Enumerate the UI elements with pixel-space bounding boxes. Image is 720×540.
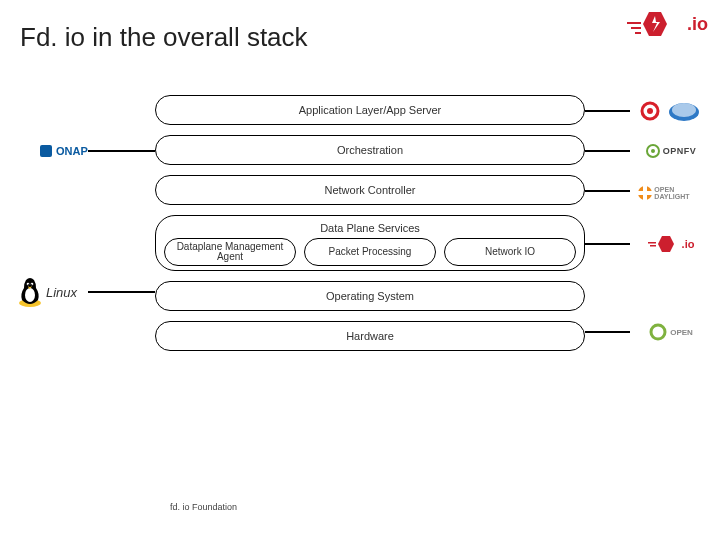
layer-os-label: Operating System <box>326 290 414 302</box>
layer-dataplane: Data Plane Services Dataplane Management… <box>155 215 585 271</box>
onap-text: ONAP <box>56 145 88 157</box>
layer-app: Application Layer/App Server <box>155 95 585 125</box>
layer-hardware: Hardware <box>155 321 585 351</box>
connector-dataplane-right <box>585 243 630 245</box>
sub-network-io: Network IO <box>444 238 576 266</box>
layer-dataplane-label: Data Plane Services <box>162 222 578 234</box>
sub-network-io-label: Network IO <box>485 247 535 258</box>
logo-openshift-cloudfoundry <box>636 96 706 126</box>
fdio-mark-icon <box>627 6 685 42</box>
connector-controller-right <box>585 190 630 192</box>
connector-hardware-right <box>585 331 630 333</box>
svg-rect-1 <box>631 27 641 29</box>
opencompute-text: OPEN <box>670 328 693 337</box>
page-title-row: Fd. io in the overall stack <box>20 22 308 53</box>
logo-opencompute: OPEN <box>636 317 706 347</box>
connector-app-right <box>585 110 630 112</box>
sub-packet-processing-label: Packet Processing <box>329 247 412 258</box>
page-title: Fd. io in the overall stack <box>20 22 308 53</box>
footer-text: fd. io Foundation <box>170 502 237 512</box>
layer-orchestration: Orchestration <box>155 135 585 165</box>
sub-dpm-agent: Dataplane Management Agent <box>164 238 296 266</box>
fdio-logo-top: .io <box>627 6 708 42</box>
svg-point-16 <box>25 288 35 302</box>
logo-fdio-side: .io <box>636 229 706 259</box>
layer-controller-label: Network Controller <box>324 184 415 196</box>
svg-rect-11 <box>638 191 652 195</box>
onap-icon <box>40 145 52 157</box>
svg-point-20 <box>31 284 32 285</box>
tux-icon <box>16 276 44 308</box>
sub-dpm-agent-label: Dataplane Management Agent <box>173 242 287 263</box>
dataplane-sublayers: Dataplane Management Agent Packet Proces… <box>162 238 578 266</box>
fdio-suffix: .io <box>687 14 708 35</box>
linux-text: Linux <box>46 285 77 300</box>
svg-rect-13 <box>650 245 656 247</box>
layer-os: Operating System <box>155 281 585 311</box>
svg-rect-0 <box>627 22 641 24</box>
logo-opnfv: OPNFV <box>636 136 706 166</box>
layer-orchestration-label: Orchestration <box>337 144 403 156</box>
svg-rect-12 <box>648 242 656 244</box>
svg-rect-2 <box>635 32 641 34</box>
opendaylight-text: OPEN DAYLIGHT <box>654 186 706 200</box>
opnfv-icon <box>646 144 660 158</box>
layer-app-label: Application Layer/App Server <box>299 104 441 116</box>
connector-orch-right <box>585 150 630 152</box>
sub-packet-processing: Packet Processing <box>304 238 436 266</box>
stack-diagram: Application Layer/App Server Orchestrati… <box>155 95 585 351</box>
logo-opendaylight: OPEN DAYLIGHT <box>636 176 706 210</box>
layer-controller: Network Controller <box>155 175 585 205</box>
svg-point-8 <box>651 149 655 153</box>
layer-hardware-label: Hardware <box>346 330 394 342</box>
logo-linux: Linux <box>16 277 116 307</box>
opnfv-text: OPNFV <box>663 146 697 156</box>
opendaylight-icon <box>636 184 652 202</box>
fdio-side-icon <box>648 233 682 255</box>
svg-point-4 <box>647 108 653 114</box>
svg-point-14 <box>651 325 665 339</box>
svg-point-6 <box>672 103 696 117</box>
svg-point-19 <box>28 284 29 285</box>
fdio-side-suffix: .io <box>682 238 695 250</box>
openshift-cloudfoundry-icon <box>640 98 702 124</box>
opencompute-icon <box>649 323 667 341</box>
logo-onap: ONAP <box>40 136 130 166</box>
